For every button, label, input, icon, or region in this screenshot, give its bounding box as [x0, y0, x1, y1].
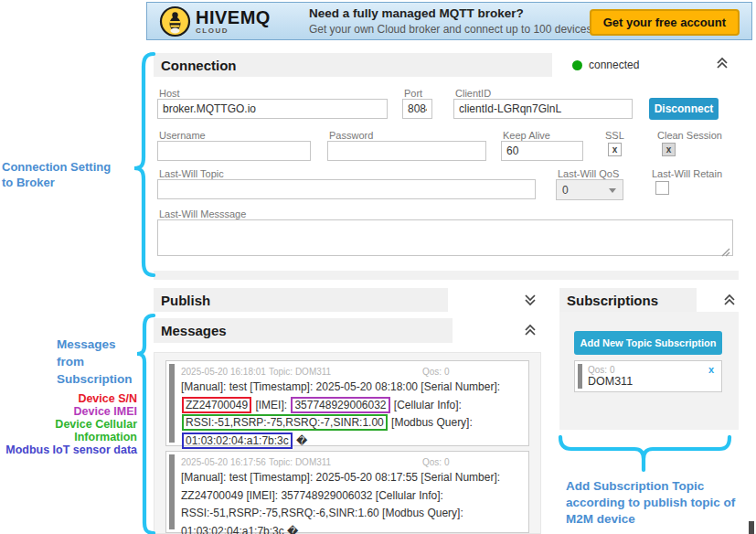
- hivemq-logo: HIVEMQ CLOUD: [196, 8, 271, 35]
- host-label: Host: [159, 88, 180, 99]
- lastwill-retain-checkbox[interactable]: [655, 181, 669, 195]
- username-label: Username: [159, 130, 206, 141]
- messages-collapse-chevron-up-icon[interactable]: [523, 324, 538, 340]
- subscription-close-icon[interactable]: x: [708, 364, 714, 375]
- publish-header: Publish: [154, 288, 448, 312]
- connection-annotation-brace: [133, 51, 155, 278]
- keepalive-label: Keep Alive: [503, 130, 550, 141]
- message-topic: Topic: DOM311: [269, 367, 422, 377]
- payload-text: [Modbus Query]:: [389, 416, 473, 429]
- lastwill-message-textarea[interactable]: [157, 219, 733, 256]
- publish-title: Publish: [161, 293, 210, 308]
- connection-title: Connection: [161, 58, 237, 73]
- publish-section: Publish: [154, 288, 541, 312]
- messages-title: Messages: [161, 323, 227, 338]
- connection-note: Connection Setting to Broker: [2, 159, 132, 190]
- lastwill-qos-select[interactable]: 0: [556, 179, 623, 200]
- banner-text: Need a fully managed MQTT broker? Get yo…: [309, 6, 633, 36]
- message-topic: Topic: DOM311: [269, 457, 422, 467]
- clientid-label: ClientID: [455, 88, 491, 99]
- message-card: 2025-05-20 16:17:56 Topic: DOM311 Qos: 0…: [165, 451, 529, 533]
- subscription-qos: Qos: 0: [588, 365, 614, 375]
- lastwill-topic-label: Last-Will Topic: [159, 168, 224, 179]
- messages-note: Messages from Subscription: [57, 336, 133, 388]
- hivemq-banner: HIVEMQ CLOUD Need a fully managed MQTT b…: [146, 2, 752, 40]
- ssl-checkbox[interactable]: x: [608, 143, 622, 156]
- scrollbar-thumb[interactable]: [749, 521, 754, 534]
- message-accent-bar: [169, 364, 175, 443]
- lastwill-retain-label: Last-Will Retain: [652, 168, 722, 179]
- lastwill-qos-value: 0: [562, 184, 569, 197]
- get-free-account-button[interactable]: Get your free account: [590, 9, 740, 36]
- message-timestamp: 2025-05-20 16:18:01: [181, 367, 269, 377]
- messages-section-header-row: Messages: [154, 318, 541, 343]
- message-qos: Qos: 0: [422, 457, 449, 467]
- publish-expand-chevron-down-icon[interactable]: [523, 294, 538, 310]
- subscriptions-header: Subscriptions: [559, 288, 697, 312]
- subscriptions-section-header-row: Subscriptions: [559, 288, 739, 312]
- brand-sub: CLOUD: [196, 27, 271, 35]
- screen: HIVEMQ CLOUD Need a fully managed MQTT b…: [0, 0, 756, 534]
- connection-status-tab: connected: [552, 53, 739, 77]
- port-label: Port: [404, 88, 422, 99]
- clean-session-label: Clean Session: [657, 130, 722, 141]
- message-card: 2025-05-20 16:18:01 Topic: DOM311 Qos: 0…: [165, 360, 529, 446]
- add-topic-subscription-button[interactable]: Add New Topic Subscription: [574, 331, 722, 355]
- serial-number-highlight: ZZ24700049: [182, 397, 251, 413]
- subscriptions-annotation-brace: [558, 435, 733, 475]
- banner-subheadline: Get your own Cloud broker and connect up…: [309, 23, 633, 36]
- message-payload: [Manual]: test [Timestamp]: 2025-05-20 0…: [181, 379, 521, 450]
- payload-text: [Manual]: test [Timestamp]: 2025-05-20 0…: [181, 380, 500, 393]
- connection-collapse-chevron-up-icon[interactable]: [715, 57, 729, 73]
- modbus-query-highlight: 01:03:02:04:a1:7b:3c: [182, 433, 293, 449]
- lastwill-message-label: Last-Will Messsage: [159, 208, 246, 219]
- password-label: Password: [329, 130, 373, 141]
- message-timestamp: 2025-05-20 16:17:56: [181, 457, 269, 467]
- connection-panel: Connection connected Host Port ClientID …: [154, 53, 739, 282]
- dropdown-arrow-icon: [609, 188, 616, 193]
- subscription-item: Qos: 0 x DOM311: [574, 360, 722, 392]
- legend-device-sn: Device S/N: [0, 392, 137, 405]
- message-accent-bar: [169, 454, 175, 529]
- message-payload: [Manual]: test [Timestamp]: 2025-05-20 0…: [181, 469, 521, 534]
- clientid-input[interactable]: [453, 99, 633, 119]
- password-input[interactable]: [327, 141, 486, 161]
- messages-annotation-brace: [135, 313, 155, 534]
- subscription-accent-bar: [578, 364, 582, 389]
- port-input[interactable]: [402, 99, 432, 119]
- imei-highlight: 357748929006032: [291, 397, 389, 413]
- host-input[interactable]: [157, 99, 388, 119]
- connected-status-dot: [572, 60, 582, 70]
- hivemq-bee-icon: [159, 5, 191, 37]
- banner-headline: Need a fully managed MQTT broker?: [309, 6, 633, 20]
- payload-text: [Cellular Info]:: [391, 399, 462, 411]
- messages-header: Messages: [154, 318, 453, 343]
- subscription-note: Add Subscription Topic according to publ…: [566, 478, 754, 528]
- message-meta: 2025-05-20 16:18:01 Topic: DOM311 Qos: 0: [181, 367, 521, 377]
- connected-status-label: connected: [589, 59, 639, 71]
- subscriptions-title: Subscriptions: [567, 293, 658, 308]
- connection-header: Connection: [154, 53, 552, 77]
- disconnect-button[interactable]: Disconnect: [649, 98, 719, 120]
- lastwill-qos-label: Last-Will QoS: [558, 168, 619, 179]
- lastwill-topic-input[interactable]: [157, 179, 536, 199]
- message-meta: 2025-05-20 16:17:56 Topic: DOM311 Qos: 0: [181, 457, 521, 467]
- legend-modbus-data: Modbus IoT sensor data: [0, 443, 137, 456]
- connection-bottom-strip: [154, 271, 739, 280]
- legend-device-imei: Device IMEI: [0, 405, 137, 418]
- payload-text: �: [293, 434, 308, 447]
- brand-name: HIVEMQ: [196, 8, 271, 27]
- subscriptions-panel: Add New Topic Subscription Qos: 0 x DOM3…: [559, 312, 739, 430]
- message-qos: Qos: 0: [422, 367, 449, 377]
- payload-text: [IMEI]:: [252, 399, 290, 411]
- subscriptions-collapse-chevron-up-icon[interactable]: [722, 294, 737, 310]
- textarea-resize-grip-icon[interactable]: [720, 244, 730, 261]
- keepalive-input[interactable]: [501, 141, 583, 161]
- ssl-label: SSL: [605, 130, 624, 141]
- messages-list: 2025-05-20 16:18:01 Topic: DOM311 Qos: 0…: [154, 352, 541, 534]
- cellular-info-highlight: RSSI:-51,RSRP:-75,RSRQ:-7,SINR:1.00: [182, 414, 388, 431]
- message-field-legend: Device S/N Device IMEI Device Cellular I…: [0, 392, 137, 456]
- legend-cellular-info: Device Cellular Information: [0, 418, 137, 443]
- username-input[interactable]: [157, 141, 311, 161]
- clean-session-checkbox[interactable]: x: [662, 143, 676, 156]
